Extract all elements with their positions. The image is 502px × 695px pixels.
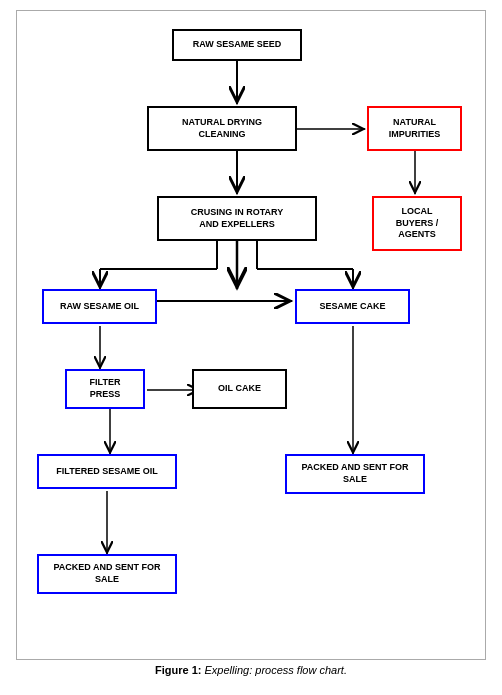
filter-press-label: FILTERPRESS <box>90 377 121 400</box>
crusing-box: CRUSING IN ROTARYAND EXPELLERS <box>157 196 317 241</box>
raw-sesame-seed-label: RAW SESAME SEED <box>193 39 282 51</box>
diagram-container: RAW SESAME SEED NATURAL DRYINGCLEANING N… <box>16 10 486 660</box>
natural-drying-box: NATURAL DRYINGCLEANING <box>147 106 297 151</box>
natural-impurities-label: NATURALIMPURITIES <box>389 117 441 140</box>
sesame-cake-label: SESAME CAKE <box>319 301 385 313</box>
oil-cake-label: OIL CAKE <box>218 383 261 395</box>
packed-sent-right-box: PACKED AND SENT FORSALE <box>285 454 425 494</box>
figure-label: Figure 1: <box>155 664 201 676</box>
packed-sent-left-box: PACKED AND SENT FORSALE <box>37 554 177 594</box>
filter-press-box: FILTERPRESS <box>65 369 145 409</box>
packed-sent-right-label: PACKED AND SENT FORSALE <box>301 462 408 485</box>
local-buyers-box: LOCALBUYERS /AGENTS <box>372 196 462 251</box>
packed-sent-left-label: PACKED AND SENT FORSALE <box>53 562 160 585</box>
natural-impurities-box: NATURALIMPURITIES <box>367 106 462 151</box>
local-buyers-label: LOCALBUYERS /AGENTS <box>396 206 439 241</box>
oil-cake-box: OIL CAKE <box>192 369 287 409</box>
raw-sesame-oil-label: RAW SESAME OIL <box>60 301 139 313</box>
raw-sesame-oil-box: RAW SESAME OIL <box>42 289 157 324</box>
figure-caption: Figure 1: Expelling: process flow chart. <box>155 664 347 676</box>
raw-sesame-seed-box: RAW SESAME SEED <box>172 29 302 61</box>
figure-title: Expelling: process flow chart. <box>205 664 347 676</box>
sesame-cake-box: SESAME CAKE <box>295 289 410 324</box>
filtered-sesame-oil-label: FILTERED SESAME OIL <box>56 466 157 478</box>
crusing-label: CRUSING IN ROTARYAND EXPELLERS <box>191 207 284 230</box>
filtered-sesame-oil-box: FILTERED SESAME OIL <box>37 454 177 489</box>
natural-drying-label: NATURAL DRYINGCLEANING <box>182 117 262 140</box>
